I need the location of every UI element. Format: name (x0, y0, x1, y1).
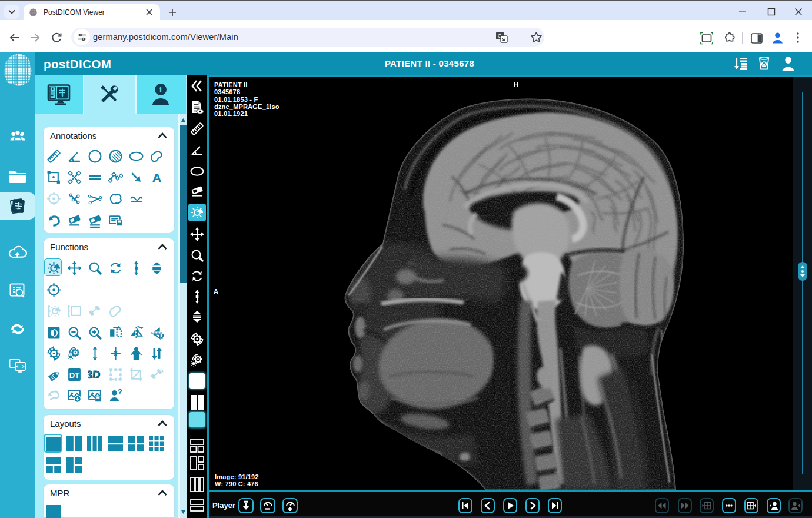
svg-text:DT: DT (69, 371, 79, 380)
svg-text:A: A (152, 170, 162, 185)
svg-text:i: i (159, 85, 162, 94)
svg-text:?: ? (118, 388, 122, 396)
svg-text:3D: 3D (88, 368, 101, 380)
